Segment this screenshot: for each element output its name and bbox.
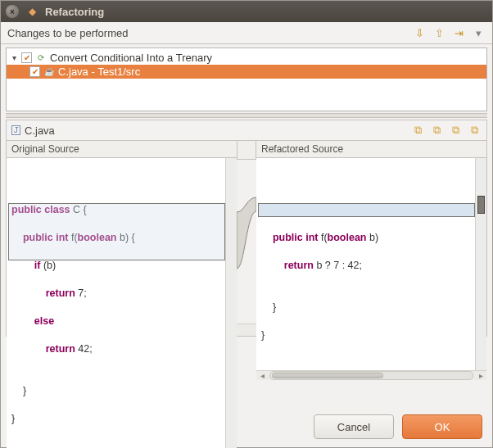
overview-mark[interactable] bbox=[477, 196, 485, 214]
app-icon: ◆ bbox=[25, 5, 38, 18]
close-icon[interactable]: × bbox=[6, 5, 19, 18]
right-pane: Refactored Source public class C { publi… bbox=[256, 141, 486, 336]
horizontal-splitter[interactable] bbox=[6, 113, 487, 118]
scroll-thumb[interactable] bbox=[272, 373, 383, 378]
titlebar[interactable]: × ◆ Refactoring bbox=[1, 1, 492, 22]
window-title: Refactoring bbox=[45, 6, 104, 18]
refactor-icon: ⟳ bbox=[35, 52, 47, 64]
tree-child-label: C.java - Test1/src bbox=[58, 66, 140, 78]
tree-root-row[interactable]: ▾ ✔ ⟳ Convert Conditional Into a Trenary bbox=[7, 51, 486, 65]
checkbox-root[interactable]: ✔ bbox=[21, 52, 32, 63]
changes-tree[interactable]: ▾ ✔ ⟳ Convert Conditional Into a Trenary… bbox=[6, 48, 487, 111]
right-overview[interactable] bbox=[475, 158, 486, 370]
file-name: C.java bbox=[25, 124, 55, 137]
compare-area: Original Source public class C { public … bbox=[6, 140, 487, 337]
java-file-icon: ☕ bbox=[43, 66, 55, 78]
copy-left-icon[interactable]: ⧉ bbox=[410, 123, 425, 138]
compare-toolbar: ⧉ ⧉ ⧉ ⧉ bbox=[410, 123, 482, 138]
copy-right-icon[interactable]: ⧉ bbox=[429, 123, 444, 138]
left-editor[interactable]: public class C { public int f(boolean b)… bbox=[7, 158, 225, 448]
changes-toolbar: ⇩ ⇧ ⇥ ▾ bbox=[412, 25, 486, 40]
tree-root-label: Convert Conditional Into a Trenary bbox=[50, 52, 212, 64]
prev-change-icon[interactable]: ⇧ bbox=[432, 25, 446, 40]
ok-button[interactable]: OK bbox=[402, 414, 482, 439]
left-ruler bbox=[225, 158, 237, 448]
checkbox-child[interactable]: ✔ bbox=[29, 66, 40, 77]
java-icon: 🄹 bbox=[11, 125, 20, 135]
left-pane-title: Original Source bbox=[7, 141, 237, 158]
menu-chevron-icon[interactable]: ▾ bbox=[471, 25, 486, 40]
file-header: 🄹 C.java ⧉ ⧉ ⧉ ⧉ bbox=[6, 120, 487, 140]
left-pane: Original Source public class C { public … bbox=[7, 141, 237, 336]
right-hscroll[interactable]: ◂ ▸ bbox=[256, 370, 486, 380]
cancel-button[interactable]: Cancel bbox=[314, 414, 394, 439]
tree-child-row[interactable]: ✔ ☕ C.java - Test1/src bbox=[7, 65, 486, 79]
next-change-icon[interactable]: ⇩ bbox=[412, 25, 427, 40]
filter-icon[interactable]: ⇥ bbox=[451, 25, 466, 40]
changes-header: Changes to be performed ⇩ ⇧ ⇥ ▾ bbox=[1, 22, 492, 44]
refactoring-dialog: × ◆ Refactoring Changes to be performed … bbox=[0, 0, 493, 448]
copy-all-left-icon[interactable]: ⧉ bbox=[448, 123, 463, 138]
right-pane-title: Refactored Source bbox=[256, 141, 486, 158]
vertical-splitter[interactable] bbox=[237, 141, 256, 336]
right-editor[interactable]: public class C { public int f(boolean b)… bbox=[256, 158, 475, 370]
changes-header-label: Changes to be performed bbox=[7, 27, 128, 39]
collapse-icon[interactable]: ▾ bbox=[10, 53, 18, 62]
copy-all-right-icon[interactable]: ⧉ bbox=[467, 123, 482, 138]
